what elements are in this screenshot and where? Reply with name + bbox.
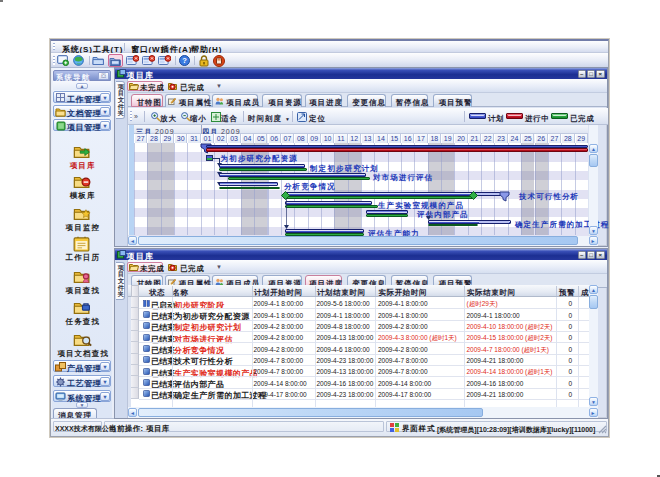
- svg-text:?: ?: [182, 56, 187, 65]
